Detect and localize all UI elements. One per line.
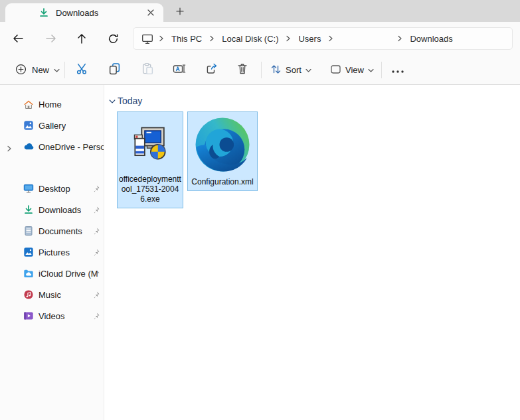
- pin-icon: [92, 184, 100, 196]
- downloads-icon: [39, 7, 49, 21]
- toolbar-divider: [64, 62, 65, 78]
- sidebar-item-label: Gallery: [39, 121, 66, 131]
- sidebar-item-videos[interactable]: Videos: [0, 305, 104, 326]
- tab-bar: Downloads: [0, 0, 520, 22]
- chevron-expand-icon[interactable]: [7, 143, 12, 155]
- chevron-right-icon: [157, 35, 165, 42]
- plus-circle-icon: [15, 63, 27, 78]
- desktop-icon: [23, 183, 34, 194]
- tab-downloads[interactable]: Downloads: [5, 3, 163, 22]
- delete-button[interactable]: [231, 59, 254, 81]
- new-button-label: New: [32, 65, 49, 75]
- copy-icon: [108, 62, 121, 78]
- up-button[interactable]: [70, 27, 93, 50]
- refresh-button[interactable]: [102, 27, 124, 50]
- share-button[interactable]: [200, 59, 222, 81]
- chevron-down-icon: [54, 65, 60, 75]
- view-button[interactable]: View: [325, 59, 379, 81]
- toolbar-divider: [261, 62, 262, 78]
- new-button[interactable]: New: [8, 59, 66, 81]
- rename-button[interactable]: [168, 59, 191, 81]
- music-icon: [23, 289, 34, 300]
- chevron-right-icon[interactable]: [396, 35, 404, 42]
- pictures-icon: [23, 247, 34, 257]
- sidebar-section-gap: [0, 157, 104, 178]
- command-toolbar: New: [0, 55, 520, 85]
- chevron-right-icon[interactable]: [327, 35, 335, 42]
- more-options-button[interactable]: [387, 59, 409, 81]
- share-icon: [205, 62, 218, 78]
- back-button[interactable]: [7, 27, 29, 50]
- videos-icon: [23, 311, 34, 321]
- gallery-icon: [23, 120, 34, 131]
- onedrive-cloud-icon: [23, 141, 34, 152]
- file-item-officedeploymenttool-exe[interactable]: officedeploymenttool_17531-20046.exe: [117, 111, 183, 208]
- breadcrumb-user[interactable]: [335, 36, 396, 41]
- microsoft-edge-icon: [193, 112, 252, 177]
- breadcrumb-this-pc[interactable]: This PC: [165, 31, 208, 46]
- scissors-icon: [76, 62, 88, 78]
- tab-title: Downloads: [56, 8, 98, 18]
- chevron-right-icon[interactable]: [208, 35, 216, 42]
- this-pc-icon[interactable]: [139, 33, 157, 44]
- view-icon: [330, 64, 341, 77]
- sidebar-item-label: Videos: [39, 311, 65, 321]
- sidebar-item-downloads[interactable]: Downloads: [0, 199, 104, 220]
- sidebar-item-pictures[interactable]: Pictures: [0, 242, 104, 263]
- group-header-label: Today: [118, 96, 142, 106]
- sort-icon: [270, 64, 282, 77]
- sort-button[interactable]: Sort: [265, 59, 317, 81]
- sidebar-item-music[interactable]: Music: [0, 284, 104, 305]
- pin-icon: [92, 205, 100, 217]
- sidebar-item-gallery[interactable]: Gallery: [0, 115, 104, 136]
- new-tab-button[interactable]: [171, 4, 189, 19]
- sidebar-item-label: Music: [39, 290, 61, 300]
- navigation-bar: This PC Local Disk (C:) Users Downloads: [0, 22, 520, 55]
- documents-icon: [23, 226, 34, 236]
- breadcrumb-users[interactable]: Users: [292, 31, 327, 46]
- forward-button[interactable]: [40, 27, 62, 50]
- paste-icon: [141, 62, 154, 78]
- toolbar-divider: [381, 62, 382, 78]
- home-icon: [23, 99, 34, 109]
- downloads-icon: [23, 204, 34, 215]
- cut-button[interactable]: [70, 59, 93, 81]
- view-button-label: View: [345, 65, 364, 75]
- pin-icon: [92, 247, 100, 259]
- pin-icon: [92, 226, 100, 238]
- pin-icon: [92, 311, 100, 323]
- sidebar-item-label: iCloud Drive (M: [39, 269, 98, 279]
- chevron-right-icon[interactable]: [284, 35, 292, 42]
- file-item-configuration-xml[interactable]: Configuration.xml: [187, 111, 258, 191]
- sidebar-item-label: Documents: [39, 226, 82, 236]
- installer-icon: [131, 112, 169, 175]
- navigation-pane: Home Gallery OneDrive - Persona: [0, 85, 104, 420]
- file-list-area: Today: [104, 85, 520, 420]
- sidebar-item-home[interactable]: Home: [0, 94, 104, 115]
- sidebar-item-onedrive[interactable]: OneDrive - Persona: [0, 136, 104, 157]
- sidebar-item-desktop[interactable]: Desktop: [0, 178, 104, 199]
- rename-icon: [173, 62, 186, 78]
- breadcrumb-downloads[interactable]: Downloads: [404, 31, 458, 46]
- copy-button[interactable]: [103, 59, 126, 81]
- chevron-down-icon: [109, 96, 116, 106]
- file-explorer-window: Downloads This PC: [0, 0, 520, 420]
- sidebar-item-label: Downloads: [39, 205, 81, 215]
- sort-button-label: Sort: [286, 65, 302, 75]
- file-name: officedeploymenttool_17531-20046.exe: [118, 175, 182, 204]
- close-icon[interactable]: [143, 6, 158, 19]
- pin-icon: [92, 269, 100, 281]
- sidebar-item-label: Desktop: [39, 184, 70, 194]
- group-header-today[interactable]: Today: [109, 96, 142, 106]
- ellipsis-icon: [391, 64, 404, 76]
- pin-icon: [92, 290, 100, 302]
- icloud-folder-icon: [23, 268, 34, 279]
- breadcrumb-local-disk[interactable]: Local Disk (C:): [216, 31, 284, 46]
- sidebar-item-label: Pictures: [39, 247, 70, 257]
- paste-button[interactable]: [136, 59, 159, 81]
- sidebar-item-documents[interactable]: Documents: [0, 220, 104, 242]
- trash-icon: [236, 62, 248, 78]
- address-bar[interactable]: This PC Local Disk (C:) Users Downloads: [133, 27, 513, 50]
- file-name: Configuration.xml: [191, 177, 254, 187]
- sidebar-item-icloud-drive[interactable]: iCloud Drive (M: [0, 263, 104, 284]
